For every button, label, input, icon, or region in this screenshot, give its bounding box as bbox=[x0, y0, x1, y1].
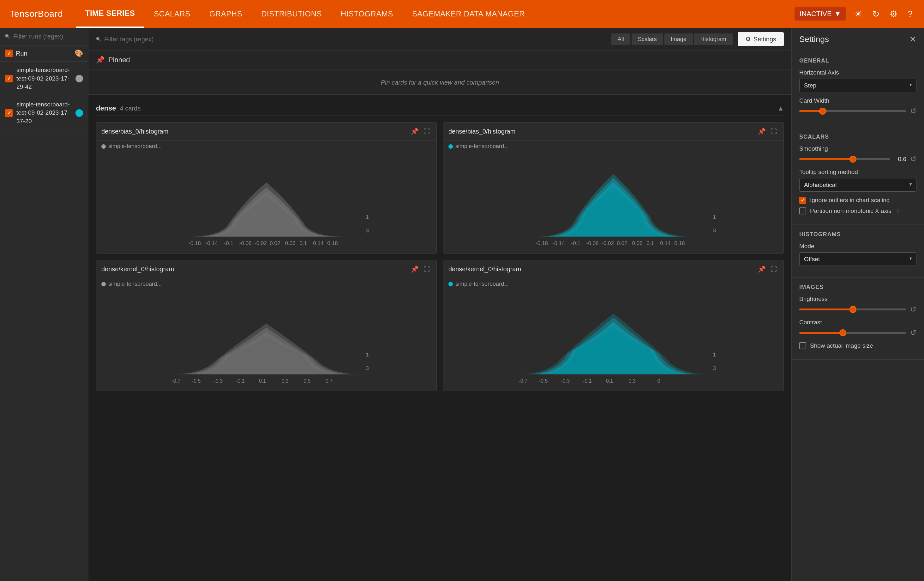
run-checkbox-0[interactable] bbox=[5, 75, 13, 83]
svg-text:0.3: 0.3 bbox=[282, 378, 289, 384]
ignore-outliers-checkbox[interactable] bbox=[799, 197, 806, 204]
filter-buttons: All Scalars Image Histogram bbox=[611, 33, 733, 45]
horizontal-axis-select[interactable]: Step Relative Wall bbox=[799, 79, 916, 92]
card-3-pin-btn[interactable]: 📌 bbox=[757, 264, 767, 274]
sidebar: 🔍 Run 🎨 simple-tensorboard-test-09-02-20… bbox=[0, 28, 88, 581]
contrast-slider[interactable] bbox=[799, 332, 906, 334]
run-item-0[interactable]: simple-tensorboard-test-09-02-2023-17-29… bbox=[0, 61, 88, 96]
section-title: dense bbox=[96, 104, 116, 112]
contrast-label: Contrast bbox=[799, 319, 916, 326]
contrast-reset-btn[interactable]: ↺ bbox=[910, 328, 916, 337]
card-0-expand-btn[interactable]: ⛶ bbox=[422, 127, 431, 136]
run-checkbox-1[interactable] bbox=[5, 109, 13, 117]
show-actual-size-row[interactable]: Show actual image size bbox=[799, 342, 916, 349]
card-2-expand-btn[interactable]: ⛶ bbox=[422, 264, 431, 274]
card-2-chart: -0.7 -0.5 -0.3 -0.1 0.1 0.3 0.5 0.7 1 3 bbox=[96, 290, 436, 391]
histogram-mode-select[interactable]: Offset Overlay bbox=[799, 252, 916, 266]
svg-text:-0.06: -0.06 bbox=[239, 240, 252, 246]
card-0-run-label: simple-tensorboard... bbox=[108, 143, 162, 150]
svg-text:0.14: 0.14 bbox=[660, 240, 671, 246]
nav-item-histograms[interactable]: HISTOGRAMS bbox=[331, 0, 403, 28]
filter-all-btn[interactable]: All bbox=[611, 33, 630, 45]
tag-filter-input[interactable] bbox=[104, 36, 606, 43]
brightness-slider[interactable] bbox=[799, 309, 906, 310]
nav-item-distributions[interactable]: DISTRIBUTIONS bbox=[252, 0, 331, 28]
run-all-checkbox[interactable] bbox=[5, 50, 13, 57]
horizontal-axis-row: Horizontal Axis Step Relative Wall ▼ bbox=[799, 69, 916, 92]
svg-text:0.1: 0.1 bbox=[606, 378, 613, 384]
run-filter-input[interactable] bbox=[13, 33, 93, 40]
svg-text:1: 1 bbox=[366, 352, 369, 358]
partition-row[interactable]: Partition non-monotonic X axis ? bbox=[799, 208, 916, 215]
card-1-pin-btn[interactable]: 📌 bbox=[757, 126, 767, 136]
card-1-expand-btn[interactable]: ⛶ bbox=[770, 127, 779, 136]
show-actual-size-checkbox[interactable] bbox=[799, 342, 806, 349]
card-width-slider[interactable] bbox=[799, 110, 906, 112]
brightness-reset-btn[interactable]: ↺ bbox=[910, 305, 916, 314]
nav-item-scalars[interactable]: SCALARS bbox=[144, 0, 200, 28]
tooltip-sort-select[interactable]: Alphabetical Ascending Descending None bbox=[799, 178, 916, 191]
card-width-reset-btn[interactable]: ↺ bbox=[910, 107, 916, 116]
cards-area: dense 4 cards ▲ dense/bias_0/histogram 📌… bbox=[88, 95, 791, 581]
brightness-row: Brightness ↺ bbox=[799, 295, 916, 314]
card-1-title: dense/bias_0/histogram bbox=[449, 128, 757, 135]
sidebar-search: 🔍 bbox=[0, 28, 88, 45]
section-collapse-btn[interactable]: ▲ bbox=[777, 105, 784, 112]
card-3-title: dense/kernel_0/histogram bbox=[449, 266, 757, 273]
card-3-run-dot bbox=[449, 282, 453, 286]
histogram-mode-label: Mode bbox=[799, 243, 916, 250]
histogram-chart-gray: -0.18 -0.14 -0.1 -0.06 -0.02 0.02 0.06 0… bbox=[99, 155, 433, 250]
partition-checkbox[interactable] bbox=[799, 208, 806, 215]
svg-text:0.14: 0.14 bbox=[313, 240, 324, 246]
settings-icon-btn[interactable]: ⚙ bbox=[888, 7, 899, 21]
palette-icon[interactable]: 🎨 bbox=[74, 49, 83, 58]
filter-scalars-btn[interactable]: Scalars bbox=[632, 33, 663, 45]
section-header: dense 4 cards ▲ bbox=[96, 101, 784, 116]
nav-item-sagemaker[interactable]: SAGEMAKER DATA MANAGER bbox=[403, 0, 534, 28]
settings-open-btn[interactable]: ⚙ Settings bbox=[738, 32, 784, 46]
contrast-slider-row: ↺ bbox=[799, 328, 916, 337]
card-2-header: dense/kernel_0/histogram 📌 ⛶ bbox=[96, 260, 436, 278]
run-label-1: simple-tensorboard-test-09-02-2023-17-37… bbox=[16, 101, 72, 125]
card-0-pin-btn[interactable]: 📌 bbox=[409, 126, 420, 136]
smoothing-reset-btn[interactable]: ↺ bbox=[910, 155, 916, 163]
svg-text:0.18: 0.18 bbox=[674, 240, 685, 246]
svg-text:3: 3 bbox=[713, 365, 716, 371]
histogram-chart-cyan-wide: -0.7 -0.5 -0.3 -0.1 0.1 0.3 0 1 3 bbox=[447, 293, 780, 388]
svg-text:0.1: 0.1 bbox=[259, 378, 266, 384]
svg-text:-0.1: -0.1 bbox=[571, 240, 581, 246]
settings-histograms-section: HISTOGRAMS Mode Offset Overlay ▼ bbox=[792, 225, 924, 277]
card-2-run-label: simple-tensorboard... bbox=[108, 281, 162, 287]
nav-item-timeseries[interactable]: TIME SERIES bbox=[76, 0, 145, 28]
card-2-run-dot bbox=[101, 282, 106, 286]
filter-histogram-btn[interactable]: Histogram bbox=[694, 33, 733, 45]
svg-text:0.02: 0.02 bbox=[617, 240, 627, 246]
histogram-mode-row: Mode Offset Overlay ▼ bbox=[799, 243, 916, 266]
settings-header: Settings ✕ bbox=[792, 28, 924, 51]
card-3-chart: -0.7 -0.5 -0.3 -0.1 0.1 0.3 0 1 3 bbox=[443, 290, 784, 391]
tooltip-sort-label: Tooltip sorting method bbox=[799, 168, 916, 175]
contrast-row: Contrast ↺ bbox=[799, 319, 916, 337]
nav-item-graphs[interactable]: GRAPHS bbox=[200, 0, 252, 28]
partition-help-icon[interactable]: ? bbox=[896, 208, 900, 215]
brightness-label: Brightness bbox=[799, 295, 916, 302]
ignore-outliers-row[interactable]: Ignore outliers in chart scaling bbox=[799, 197, 916, 204]
help-icon-btn[interactable]: ? bbox=[906, 7, 914, 21]
card-1-run-label: simple-tensorboard... bbox=[455, 143, 509, 150]
card-3-expand-btn[interactable]: ⛶ bbox=[770, 264, 779, 274]
card-3-run-label: simple-tensorboard... bbox=[455, 281, 509, 287]
filter-search-icon: 🔍 bbox=[96, 37, 101, 42]
filter-image-btn[interactable]: Image bbox=[665, 33, 693, 45]
card-0-actions: 📌 ⛶ bbox=[409, 126, 431, 136]
smoothing-slider-row: 0.6 ↺ bbox=[799, 155, 916, 163]
theme-icon-btn[interactable]: ☀ bbox=[852, 7, 864, 21]
svg-text:0: 0 bbox=[657, 378, 660, 384]
smoothing-slider[interactable] bbox=[799, 158, 890, 160]
refresh-icon-btn[interactable]: ↻ bbox=[870, 7, 881, 21]
status-dropdown[interactable]: INACTIVE ▼ bbox=[795, 7, 846, 20]
settings-close-btn[interactable]: ✕ bbox=[909, 34, 916, 45]
card-2-pin-btn[interactable]: 📌 bbox=[409, 264, 420, 274]
svg-text:-0.02: -0.02 bbox=[602, 240, 614, 246]
svg-text:3: 3 bbox=[366, 227, 369, 234]
run-item-1[interactable]: simple-tensorboard-test-09-02-2023-17-37… bbox=[0, 96, 88, 130]
